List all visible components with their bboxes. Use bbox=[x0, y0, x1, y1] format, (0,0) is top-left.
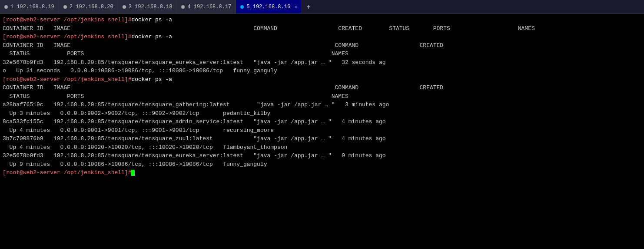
terminal-line-12: Up 3 minutes 0.0.0.0:9002->9002/tcp, :::… bbox=[3, 109, 641, 118]
terminal-line-2: CONTAINER ID IMAGE COMMAND CREATED STATU… bbox=[3, 24, 641, 33]
tab-2[interactable]: 2 192.168.8.20 bbox=[59, 0, 118, 13]
terminal-line-14: Up 4 minutes 0.0.0.0:9001->9001/tcp, :::… bbox=[3, 126, 641, 135]
new-tab-button[interactable]: + bbox=[302, 0, 315, 13]
tab-3-label: 3 192.168.8.18 bbox=[129, 4, 173, 10]
tab-bar: 1 192.168.8.19 2 192.168.8.20 3 192.168.… bbox=[0, 0, 644, 14]
terminal-line-6: 32e5678b9fd3 192.168.8.20:85/tensquare/t… bbox=[3, 58, 641, 67]
tab-1-label: 1 192.168.8.19 bbox=[10, 4, 54, 10]
tab-1-dot bbox=[4, 5, 8, 9]
terminal-line-3: [root@web2-server /opt/jenkins_shell]#do… bbox=[3, 33, 641, 41]
terminal-line-13: 8ca533fc155c 192.168.8.20:85/tensquare/t… bbox=[3, 118, 641, 126]
terminal-line-10: STATUS PORTS NAMES bbox=[3, 92, 641, 101]
tab-5-label: 5 192.168.8.16 bbox=[246, 4, 290, 10]
terminal-line-8: [root@web2-server /opt/jenkins_shell]#do… bbox=[3, 75, 641, 84]
terminal-line-1: [root@web2-server /opt/jenkins_shell]#do… bbox=[3, 16, 641, 24]
tab-2-label: 2 192.168.8.20 bbox=[70, 4, 113, 10]
terminal-line-11: a28baf76519c 192.168.8.20:85/tensquare/t… bbox=[3, 101, 641, 109]
terminal[interactable]: [root@web2-server /opt/jenkins_shell]#do… bbox=[0, 14, 644, 249]
tab-5-close[interactable]: ✕ bbox=[295, 4, 297, 10]
tab-2-dot bbox=[63, 5, 67, 9]
tab-5[interactable]: 5 192.168.8.16 ✕ bbox=[236, 0, 302, 13]
terminal-line-15: 3b7c700876b9 192.168.8.20:85/tensquare/t… bbox=[3, 135, 641, 143]
terminal-line-4: CONTAINER ID IMAGE COMMAND CREATED bbox=[3, 41, 641, 50]
cursor-block bbox=[131, 170, 135, 176]
terminal-line-19: [root@web2-server /opt/jenkins_shell]# bbox=[3, 168, 641, 177]
terminal-line-9: CONTAINER ID IMAGE COMMAND CREATED bbox=[3, 84, 641, 92]
tab-4[interactable]: 4 192.168.8.17 bbox=[177, 0, 236, 13]
tab-3-dot bbox=[123, 5, 126, 9]
tab-1[interactable]: 1 192.168.8.19 bbox=[0, 0, 59, 13]
terminal-line-16: Up 4 minutes 0.0.0.0:10020->10020/tcp, :… bbox=[3, 143, 641, 152]
tab-3[interactable]: 3 192.168.8.18 bbox=[118, 0, 177, 13]
terminal-line-17: 32e5678b9fd3 192.168.8.20:85/tensquare/t… bbox=[3, 151, 641, 160]
tab-4-label: 4 192.168.8.17 bbox=[187, 4, 231, 10]
terminal-line-5: STATUS PORTS NAMES bbox=[3, 50, 641, 58]
tab-5-dot bbox=[240, 5, 244, 9]
terminal-line-18: Up 9 minutes 0.0.0.0:10086->10086/tcp, :… bbox=[3, 160, 641, 169]
tab-4-dot bbox=[181, 5, 185, 9]
terminal-line-7: o Up 31 seconds 0.0.0.0:10086->10086/tcp… bbox=[3, 67, 641, 75]
